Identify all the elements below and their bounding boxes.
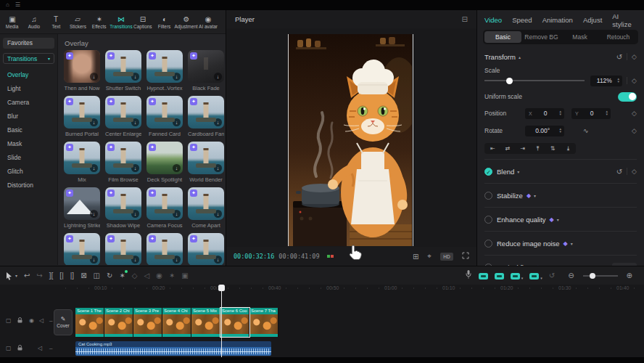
align-top-icon[interactable]: ⇤ (534, 146, 541, 151)
ribbon-item-text[interactable]: TText (45, 15, 67, 29)
align-left-icon[interactable]: ⇤ (490, 145, 495, 152)
transition-card-then-and-now[interactable]: ✦↓Then and Now (64, 50, 100, 91)
playhead-handle[interactable] (218, 285, 225, 291)
ribbon-item-audio[interactable]: ♫Audio (23, 15, 45, 29)
sidebar-item-glitch[interactable]: Glitch (0, 165, 57, 179)
tab-adjust[interactable]: Adjust (583, 16, 602, 24)
aspect-ratio-icon[interactable]: ⊞ (413, 253, 418, 261)
tab-animation[interactable]: Animation (542, 16, 573, 24)
track-lock-icon[interactable] (17, 317, 22, 325)
transition-card-film-browse[interactable]: ✦↓Film Browse (105, 142, 141, 183)
tab-speed[interactable]: Speed (512, 16, 532, 24)
position-x-box[interactable]: X 0 ▲▼ (525, 108, 564, 119)
redo-icon[interactable]: ↪ (36, 272, 42, 280)
sidebar-group-transitions[interactable]: Transitions ▾ (3, 53, 54, 64)
sidebar-item-slide[interactable]: Slide (0, 151, 57, 165)
rotate-value-box[interactable]: 0.00° ▲▼ (525, 126, 564, 136)
ribbon-item-stickers[interactable]: ▱Stickers (67, 15, 88, 29)
zoom-slider-thumb[interactable] (590, 273, 595, 279)
color-flag-icon[interactable] (327, 255, 334, 258)
scale-keyframe-icon[interactable]: ◇ (632, 77, 637, 84)
trim-right-icon[interactable]: |] (70, 272, 74, 280)
zoom-slider[interactable] (583, 275, 618, 277)
preview-toggle-icon[interactable]: ▾ (529, 269, 542, 282)
align-right-icon[interactable]: ⇥ (520, 145, 525, 152)
snap-toggle-icon[interactable]: ▾ (511, 269, 524, 282)
sidebar-item-overlay[interactable]: Overlay (0, 68, 57, 82)
clip-scene-1-the[interactable]: Scene 1 The (75, 308, 104, 337)
sidebar-item-blur[interactable]: Blur (0, 110, 57, 123)
transition-card-shadow-wipe[interactable]: ✦↓Shadow Wipe (105, 187, 141, 229)
track-options-icon[interactable]: ▢ (6, 346, 12, 351)
transition-card-cardboard-fan[interactable]: ✦↓Cardboard Fan (188, 96, 224, 137)
quality-badge[interactable]: HD (440, 253, 453, 261)
clip-scene-7-tha[interactable]: Scene 7 Tha (249, 308, 278, 337)
subtab-retouch[interactable]: Retouch (600, 31, 637, 43)
track-lock-icon[interactable] (17, 345, 22, 352)
scale-value-box[interactable]: 112% ▲▼ (590, 76, 622, 86)
zoom-out-icon[interactable]: ⊖ (568, 272, 574, 280)
ribbon-item-transitions[interactable]: ⋈Transitions (110, 15, 132, 29)
undo-icon[interactable]: ↩ (24, 272, 30, 280)
transition-card-fanned-card[interactable]: ✦↓Fanned Card (146, 96, 183, 137)
split-icon[interactable]: ][ (49, 272, 54, 280)
position-y-stepper[interactable]: ▲▼ (606, 110, 608, 116)
align-middle-icon[interactable]: ⇅ (550, 145, 556, 152)
avatar-tool-icon[interactable]: ◉ (156, 272, 162, 280)
enhance-quality-checkbox[interactable] (484, 216, 492, 224)
camera-tool-icon[interactable]: ▣ (181, 272, 188, 280)
clip-scene-5-mix[interactable]: Scene 5 Mix (191, 308, 220, 337)
sidebar-item-favorites[interactable]: Favorites (3, 38, 54, 49)
delete-icon[interactable]: ⊠ (80, 272, 86, 280)
transition-card-burned-portal[interactable]: ✦↓Burned Portal (64, 96, 100, 137)
subtab-basic[interactable]: Basic (484, 31, 521, 43)
transition-card-lightning-strike[interactable]: ✦↓Lightning Strike (64, 187, 100, 229)
scale-stepper[interactable]: ▲▼ (617, 78, 620, 83)
blend-keyframe-icon[interactable]: ◇ (632, 168, 637, 175)
clip-scene-2-chi[interactable]: Scene 2 Chi (104, 308, 133, 337)
preview-stage[interactable] (226, 28, 476, 247)
preview-frame[interactable] (289, 34, 412, 246)
chevron-down-icon[interactable]: ▾ (557, 217, 559, 222)
transition-card-shutter-switch[interactable]: ✦↓Shutter Switch (105, 50, 141, 91)
transition-card-deck-spotlight[interactable]: ✦↓Deck Spotlight (146, 142, 183, 183)
sidebar-item-light[interactable]: Light (0, 82, 57, 96)
track-options-icon[interactable]: ▢ (6, 318, 12, 324)
zoom-in-icon[interactable]: ⊕ (627, 272, 632, 280)
track-mute-icon[interactable]: ◁ (38, 346, 42, 351)
select-caret-icon[interactable]: ▾ (15, 273, 17, 278)
effects-tool-icon[interactable]: ✶ (169, 272, 175, 280)
selection-handle-right[interactable] (413, 34, 413, 246)
player-layout-icon[interactable]: ⊟ (462, 15, 468, 23)
subtab-remove-bg[interactable]: Remove BG (523, 31, 560, 43)
select-tool-icon[interactable] (6, 272, 12, 280)
transition-card-black-fade[interactable]: ✦↓Black Fade (188, 50, 224, 91)
tab-video[interactable]: Video (484, 16, 502, 24)
clip-scene-4-chi[interactable]: Scene 4 Chi (162, 308, 191, 337)
ribbon-item-effects[interactable]: ✶Effects (88, 15, 110, 29)
voiceover-mic-icon[interactable] (465, 269, 472, 282)
transition-card-mix[interactable]: ✦↓Mix (64, 142, 100, 183)
audio-clip[interactable]: Cat Cooking.mp3 (75, 341, 271, 356)
ribbon-item-captions[interactable]: ⊟Captions (132, 15, 154, 29)
transition-card-item[interactable]: ✦↓ (188, 233, 224, 265)
timeline[interactable]: 00:1000:2000:3000:4000:5001:0001:1001:20… (0, 285, 644, 357)
clip-scene-3-pre[interactable]: Scene 3 Pre (133, 308, 162, 337)
chevron-up-icon[interactable]: ▴ (519, 54, 521, 60)
chevron-down-icon[interactable]: ▾ (534, 193, 536, 198)
track-hide-icon[interactable]: ◉ (29, 318, 34, 324)
cover-button[interactable]: ✎ Cover (54, 309, 73, 335)
track-more-icon[interactable]: ‒ (49, 318, 52, 324)
stabilize-checkbox[interactable] (484, 192, 492, 200)
tab-ai-stylize[interactable]: AI stylize (612, 12, 637, 28)
ribbon-item-ai-avatar[interactable]: ◉AI avatar (197, 15, 219, 29)
position-y-box[interactable]: Y 0 ▲▼ (571, 108, 611, 119)
audio-tool-icon[interactable]: ◁ (144, 272, 149, 280)
keyframe-icon[interactable]: ◇ (132, 272, 138, 280)
transition-card-camera-focus[interactable]: ✦↓Camera Focus (146, 187, 183, 229)
trim-left-icon[interactable]: [| (59, 272, 63, 280)
reduce-noise-checkbox[interactable] (484, 240, 492, 248)
magnet-toggle-icon[interactable] (479, 269, 488, 282)
fullscreen-icon[interactable] (462, 252, 469, 261)
reset-transform-icon[interactable]: ↺ (616, 53, 622, 61)
